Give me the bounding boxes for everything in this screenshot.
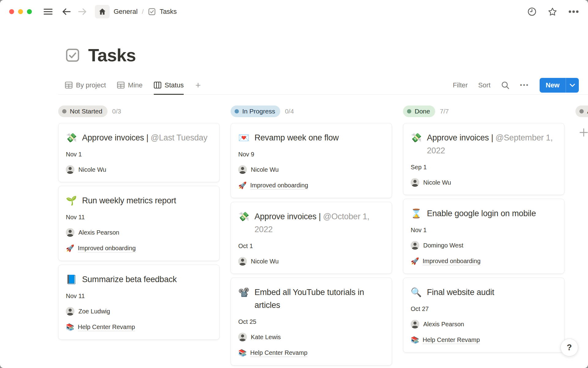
project-link[interactable]: Help Center Revamp [250, 349, 307, 357]
status-dot [235, 109, 239, 113]
zoom-window-button[interactable] [27, 9, 32, 14]
close-window-button[interactable] [9, 9, 14, 14]
minimize-window-button[interactable] [18, 9, 23, 14]
page-header: Tasks [0, 45, 588, 65]
breadcrumb-page[interactable]: Tasks [148, 8, 177, 16]
checkbox-icon [148, 8, 156, 16]
add-view-button[interactable]: + [195, 81, 201, 90]
date-mention: @Last Tuesday [151, 133, 207, 142]
task-card[interactable]: 💌Revamp week one flowNov 9Nicole Wu🚀Impr… [231, 123, 392, 198]
app-window: General / Tasks Tasks By project [0, 0, 588, 368]
card-project-row: 📚Help Center Revamp [411, 336, 557, 344]
task-card[interactable]: ⌛Enable google login on mobileNov 1Domin… [403, 199, 564, 274]
card-title-row: 💌Revamp week one flow [238, 131, 384, 144]
card-title: Final website audit [427, 286, 494, 299]
card-due-date: Nov 11 [66, 214, 212, 221]
window-controls [9, 9, 32, 14]
chevron-down-icon[interactable] [566, 78, 579, 93]
card-title: Embed all YouTube tutorials in articles [254, 286, 384, 312]
rocket-icon: 🚀 [411, 257, 419, 266]
task-card[interactable]: 🔍Final website auditOct 27Alexis Pearson… [403, 278, 564, 353]
card-assignee-row: Nicole Wu [238, 165, 384, 174]
task-card[interactable]: 🌱Run weekly metrics reportNov 11Alexis P… [58, 186, 220, 261]
task-card[interactable]: 💸Approve invoices | @Last TuesdayNov 1Ni… [58, 123, 220, 182]
home-icon[interactable] [95, 5, 110, 18]
board-column-not-started: Not Started0/3💸Approve invoices | @Last … [58, 105, 220, 368]
task-card[interactable]: 💸Approve invoices | @September 1, 2022Se… [403, 123, 564, 195]
clock-icon[interactable] [527, 7, 537, 16]
add-card-button[interactable] [579, 128, 588, 137]
back-arrow-icon[interactable] [62, 8, 71, 16]
card-due-date: Oct 27 [411, 305, 557, 312]
avatar [66, 165, 74, 174]
assignee-name: Nicole Wu [78, 166, 106, 173]
sort-button[interactable]: Sort [478, 81, 490, 89]
hourglass-icon: ⌛ [411, 207, 422, 220]
project-link[interactable]: Help Center Revamp [423, 336, 480, 344]
love-letter-icon: 💌 [238, 131, 250, 144]
status-pill[interactable]: A [575, 105, 588, 117]
card-project-row: 🚀Improved onboarding [238, 181, 384, 190]
sidebar-toggle-icon[interactable] [43, 8, 53, 15]
filter-button[interactable]: Filter [453, 81, 468, 89]
new-button-label[interactable]: New [540, 78, 566, 93]
tab-by-project[interactable]: By project [65, 76, 106, 94]
board-column-done: Done7/7💸Approve invoices | @September 1,… [403, 105, 564, 368]
assignee-name: Nicole Wu [251, 166, 279, 173]
column-header: Not Started0/3 [58, 105, 220, 117]
search-icon[interactable] [501, 81, 510, 90]
card-title: Approve invoices | @October 1, 2022 [254, 210, 384, 236]
status-pill[interactable]: In Progress [231, 105, 280, 117]
avatar [238, 257, 247, 266]
column-header: Done7/7 [403, 105, 564, 117]
card-title: Summarize beta feedback [82, 273, 177, 286]
card-project-row: 📚Help Center Revamp [238, 349, 384, 357]
books-icon: 📚 [66, 323, 74, 332]
card-assignee-row: Domingo West [411, 241, 557, 250]
card-title: Revamp week one flow [254, 131, 339, 144]
film-projector-icon: 📽️ [238, 286, 250, 312]
breadcrumb-workspace[interactable]: General [114, 8, 138, 16]
view-controls: Filter Sort ••• New [453, 78, 579, 93]
card-due-date: Oct 1 [238, 243, 384, 250]
card-title-text: Run weekly metrics report [82, 196, 176, 205]
blue-book-icon: 📘 [66, 273, 77, 286]
card-title-row: 📽️Embed all YouTube tutorials in article… [238, 286, 384, 312]
card-assignee-row: Alexis Pearson [66, 228, 212, 237]
page-title[interactable]: Tasks [88, 45, 136, 65]
card-due-date: Sep 1 [411, 164, 557, 171]
star-icon[interactable] [548, 7, 557, 17]
money-with-wings-icon: 💸 [238, 210, 250, 236]
help-button[interactable]: ? [560, 339, 578, 356]
seedling-icon: 🌱 [66, 194, 77, 207]
checkbox-page-icon[interactable] [65, 48, 80, 63]
card-assignee-row: Nicole Wu [66, 165, 212, 174]
column-count: 7/7 [440, 108, 449, 115]
tab-label: Mine [128, 81, 143, 89]
status-pill[interactable]: Not Started [58, 105, 107, 117]
status-label: Done [415, 108, 430, 115]
project-link[interactable]: Improved onboarding [423, 258, 481, 265]
column-count: 0/3 [112, 108, 121, 115]
more-options-icon[interactable] [568, 10, 579, 13]
forward-arrow-icon[interactable] [78, 8, 87, 16]
money-with-wings-icon: 💸 [66, 131, 77, 144]
avatar [238, 165, 247, 174]
task-card[interactable]: 💸Approve invoices | @October 1, 2022Oct … [231, 202, 392, 274]
project-link[interactable]: Help Center Revamp [78, 324, 135, 331]
project-link[interactable]: Improved onboarding [250, 182, 308, 190]
topbar: General / Tasks [0, 0, 588, 23]
task-card[interactable]: 📽️Embed all YouTube tutorials in article… [231, 278, 392, 366]
status-pill[interactable]: Done [403, 105, 435, 117]
card-title-text: Revamp week one flow [254, 133, 339, 142]
column-header: A [575, 105, 588, 117]
rocket-icon: 🚀 [66, 244, 74, 253]
view-more-options-icon[interactable]: ••• [520, 82, 529, 89]
task-card[interactable]: 📘Summarize beta feedbackNov 11Zoe Ludwig… [58, 265, 220, 340]
project-link[interactable]: Improved onboarding [78, 245, 136, 252]
avatar [66, 307, 74, 316]
tab-mine[interactable]: Mine [117, 76, 143, 94]
tab-status[interactable]: Status [154, 76, 184, 94]
new-button[interactable]: New [540, 78, 579, 93]
magnifying-glass-icon: 🔍 [411, 286, 422, 299]
